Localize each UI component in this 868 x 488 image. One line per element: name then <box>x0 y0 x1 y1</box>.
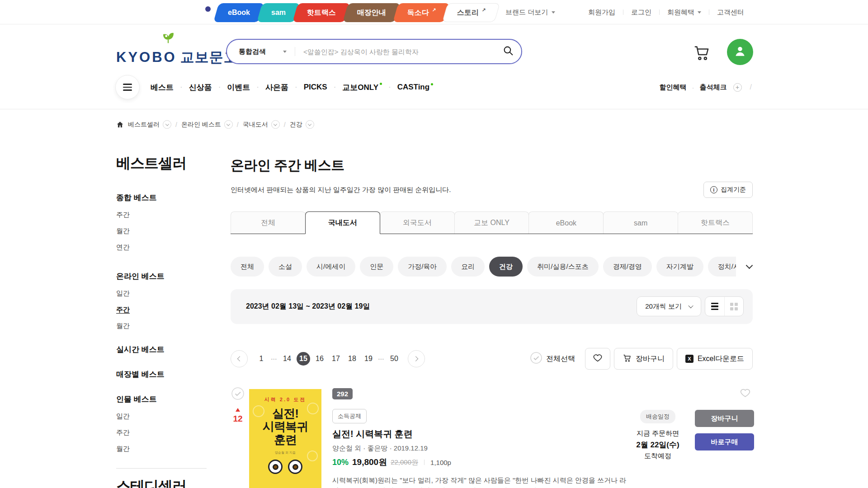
sidebar-item-1-2[interactable]: 월간 <box>116 322 207 330</box>
item-cart-button[interactable]: 장바구니 <box>695 410 754 427</box>
top-tab-hottracks[interactable]: 핫트랙스 <box>292 3 350 22</box>
tab-3[interactable]: 교보 ONLY <box>454 211 529 234</box>
top-link-2[interactable]: 회원혜택 <box>660 8 709 17</box>
wishlist-button[interactable] <box>585 348 610 370</box>
tab-4[interactable]: eBook <box>528 211 604 234</box>
category-pill-7[interactable]: 취미/실용/스포츠 <box>527 257 598 277</box>
top-tab-store-guide[interactable]: 매장안내 <box>343 3 401 22</box>
category-pill-5[interactable]: 요리 <box>451 257 485 277</box>
select-all-button[interactable]: 전체선택 <box>530 352 575 366</box>
page-19[interactable]: 19 <box>362 352 375 366</box>
item-buy-now-button[interactable]: 바로구매 <box>695 433 754 450</box>
search-category-select[interactable]: 통합검색 <box>227 47 287 56</box>
grid-view-icon <box>730 303 738 310</box>
book-title[interactable]: 실전! 시력복귀 훈련 <box>332 428 413 440</box>
chevron-down-icon[interactable] <box>746 262 753 269</box>
next-page-button[interactable] <box>408 350 425 367</box>
sidebar-group-title[interactable]: 실시간 베스트 <box>116 345 207 354</box>
add-to-cart-button[interactable]: 장바구니 <box>614 348 673 370</box>
nav-right-item-0[interactable]: 할인혜택 <box>660 83 687 92</box>
sidebar-group-1: 온라인 베스트일간주간월간 <box>116 272 207 330</box>
nav-right-item-1[interactable]: 출석체크 <box>700 83 727 92</box>
sidebar-group-title[interactable]: 온라인 베스트 <box>116 272 207 281</box>
category-pill-1[interactable]: 소설 <box>269 257 302 277</box>
breadcrumb-item-0[interactable]: 베스트셀러 <box>128 120 171 129</box>
home-icon[interactable] <box>116 121 124 128</box>
category-pill-3[interactable]: 인문 <box>360 257 393 277</box>
top-link-1[interactable]: 로그인 <box>623 8 659 17</box>
sidebar-item-4-2[interactable]: 월간 <box>116 445 207 453</box>
category-pill-8[interactable]: 경제/경영 <box>603 257 652 277</box>
chevron-down-icon[interactable] <box>271 120 280 129</box>
page-1[interactable]: 1 <box>255 352 268 366</box>
top-tab-label: 매장안내 <box>357 8 386 18</box>
plus-icon[interactable]: + <box>733 83 742 92</box>
sidebar-item-4-1[interactable]: 주간 <box>116 428 207 436</box>
top-link-0[interactable]: 회원가입 <box>580 8 623 17</box>
profile-avatar[interactable] <box>727 39 753 65</box>
search-input[interactable] <box>303 48 495 56</box>
sidebar-group-title[interactable]: 매장별 베스트 <box>116 370 207 379</box>
category-pill-9[interactable]: 자기계발 <box>656 257 703 277</box>
tab-6[interactable]: 핫트랙스 <box>678 211 753 234</box>
book-wishlist-button[interactable] <box>740 387 751 400</box>
top-link-3[interactable]: 고객센터 <box>709 8 752 17</box>
sprout-icon <box>160 28 177 49</box>
page-50[interactable]: 50 <box>387 352 401 366</box>
chevron-down-icon[interactable] <box>163 120 171 129</box>
chevron-down-icon[interactable] <box>306 120 314 129</box>
sidebar-group-title[interactable]: 종합 베스트 <box>116 193 207 202</box>
cart-button[interactable] <box>693 43 711 63</box>
sidebar-item-4-0[interactable]: 일간 <box>116 412 207 420</box>
category-pill-4[interactable]: 가정/육아 <box>398 257 447 277</box>
brand-more-button[interactable]: 브랜드 더보기 <box>505 0 555 24</box>
breadcrumb-item-3[interactable]: 건강 <box>290 120 314 129</box>
nav-item-0[interactable]: 베스트 <box>151 82 174 93</box>
category-pill-10[interactable]: 정치/사회 <box>708 257 736 277</box>
breadcrumb-item-2[interactable]: 국내도서 <box>243 120 280 129</box>
hamburger-menu-button[interactable] <box>115 75 140 99</box>
page-17[interactable]: 17 <box>329 352 343 366</box>
grid-view-button[interactable] <box>724 296 743 316</box>
nav-item-2[interactable]: 이벤트 <box>227 82 250 93</box>
per-page-select[interactable]: 20개씩 보기 <box>637 296 701 316</box>
book-description: 시력복귀(회복)원리는 "보다 멀리, 가장 작게" 많은 사람들은 "한번 나… <box>332 475 633 488</box>
book-checkbox[interactable] <box>231 387 244 402</box>
list-view-button[interactable] <box>705 296 724 316</box>
tab-5[interactable]: sam <box>603 211 678 234</box>
tab-0[interactable]: 전체 <box>231 211 306 234</box>
tab-1[interactable]: 국내도서 <box>305 211 380 234</box>
breadcrumb-item-1[interactable]: 온라인 베스트 <box>181 120 233 129</box>
nav-item-4[interactable]: PICKS <box>304 83 327 92</box>
sidebar-title-steady[interactable]: 스테디셀러 <box>116 478 207 488</box>
select-all-label: 전체선택 <box>546 354 575 364</box>
criteria-button[interactable]: i 집계기준 <box>703 182 753 198</box>
page-15[interactable]: 15 <box>297 352 310 366</box>
sidebar-item-0-0[interactable]: 주간 <box>116 211 207 219</box>
prev-page-button[interactable] <box>231 350 248 367</box>
chevron-down-icon[interactable] <box>224 120 233 129</box>
page-14[interactable]: 14 <box>280 352 294 366</box>
tab-2[interactable]: 외국도서 <box>380 211 455 234</box>
category-pill-6[interactable]: 건강 <box>489 257 523 277</box>
top-tab-story[interactable]: 스토리↗ <box>442 3 500 22</box>
search-button[interactable] <box>495 40 521 63</box>
page-16[interactable]: 16 <box>313 352 326 366</box>
excel-download-button[interactable]: X Excel다운로드 <box>677 348 753 370</box>
nav-item-5[interactable]: 교보ONLY <box>342 82 382 93</box>
page-18[interactable]: 18 <box>345 352 359 366</box>
book-cover[interactable]: 시력 2.0 도전 실전! 시력복귀 훈련 양순철 외 지음 <box>249 389 321 488</box>
sidebar-item-0-2[interactable]: 연간 <box>116 243 207 251</box>
top-tab-doksoda[interactable]: 독소다↗ <box>393 3 450 22</box>
nav-item-1[interactable]: 신상품 <box>189 82 212 93</box>
category-pill-0[interactable]: 전체 <box>231 257 264 277</box>
sidebar-group-title[interactable]: 인물 베스트 <box>116 395 207 404</box>
sidebar-item-0-1[interactable]: 월간 <box>116 227 207 235</box>
sidebar-item-1-0[interactable]: 일간 <box>116 289 207 297</box>
cart-icon <box>693 55 711 63</box>
top-tab-ebook[interactable]: eBook <box>213 3 264 22</box>
nav-item-6[interactable]: CASTing <box>397 83 433 92</box>
category-pill-2[interactable]: 시/에세이 <box>307 257 355 277</box>
sidebar-item-1-1[interactable]: 주간 <box>116 305 207 314</box>
nav-item-3[interactable]: 사은품 <box>265 82 288 93</box>
